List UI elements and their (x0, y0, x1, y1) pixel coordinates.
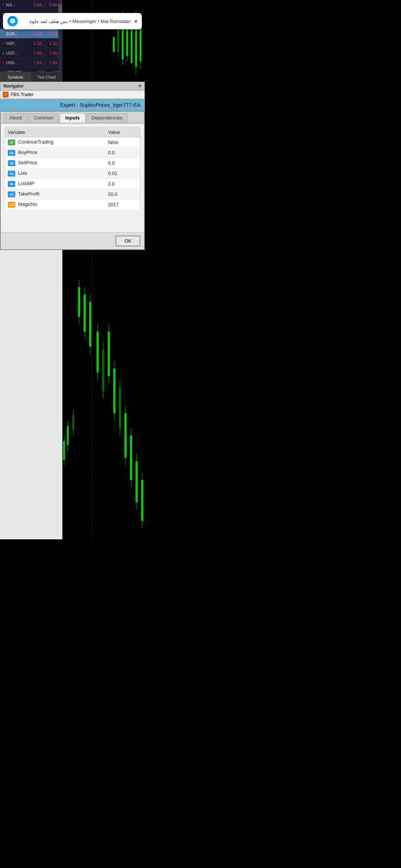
arrow-down-icon: ▼ (1, 3, 5, 7)
svg-rect-47 (67, 426, 69, 445)
svg-rect-37 (124, 413, 127, 458)
table-row[interactable]: Va LotsMP 2.0 (5, 179, 140, 189)
svg-rect-21 (78, 287, 80, 317)
symbol-row-usd2[interactable]: ▲ USD... 1.00... 1.00... (0, 48, 62, 58)
variable-cell: ⊡ ContinueTrading (5, 137, 105, 148)
table-row[interactable]: ⊡ ContinueTrading false (5, 137, 140, 148)
value-cell[interactable]: 2.0 (105, 179, 140, 189)
symbol-name: NJ/... (6, 3, 31, 7)
table-row[interactable]: Va Lots 0.01 (5, 168, 140, 179)
svg-rect-31 (108, 332, 110, 376)
variable-name: SellPrice (18, 160, 37, 165)
variable-cell: 123 MagicNo (5, 200, 105, 210)
var-type-icon: Va (8, 150, 15, 156)
value-cell[interactable]: false (105, 137, 140, 148)
bottom-candles-svg (62, 250, 145, 539)
svg-rect-45 (72, 415, 74, 430)
symbol-price1: 1.13... (31, 32, 45, 36)
value-cell[interactable]: 0.0 (105, 148, 140, 158)
fbs-icon: F (3, 92, 9, 98)
variable-name: TakeProfit (18, 191, 39, 197)
navigator-title: Navigator (3, 83, 24, 89)
table-row[interactable]: 123 MagicNo 2017 (5, 200, 140, 210)
variable-cell: Va LotsMP (5, 179, 105, 189)
value-cell[interactable]: 0.0 (105, 158, 140, 168)
svg-rect-35 (119, 387, 121, 428)
var-type-icon: ⊡ (8, 139, 15, 145)
messenger-message-text: Messenger • Mai Ramadan • بس هنلف لفه حل… (22, 19, 131, 24)
col-header-variable: Variable (5, 128, 105, 137)
variable-cell: Va TakeProfit (5, 189, 105, 200)
messenger-chevron-icon[interactable]: ▾ (134, 18, 137, 25)
symbol-panel: ▼ NJ/... 0.68... 0.68... ▼ USD... 1.35..… (0, 0, 62, 82)
candles-svg (62, 0, 145, 82)
symbol-row-nj[interactable]: ▼ NJ/... 0.68... 0.68... (0, 0, 62, 10)
symbol-row-eur[interactable]: ▲ EUR... 1.13... 1.13... (0, 29, 62, 39)
svg-rect-7 (117, 30, 119, 52)
variable-name: ContinueTrading (18, 139, 54, 145)
variable-name: LotsMP (18, 181, 35, 186)
variable-cell: Va BuyPrice (5, 148, 105, 158)
expert-dialog: About Common Inputs Dependencies Variabl… (0, 111, 145, 250)
tab-symbols[interactable]: Symbols (0, 72, 31, 82)
svg-rect-29 (102, 350, 104, 391)
value-cell[interactable]: 2017 (105, 200, 140, 210)
messenger-notification[interactable]: Messenger • Mai Ramadan • بس هنلف لفه حل… (3, 13, 142, 29)
symbol-price1: 0.68... (31, 3, 45, 7)
tab-dependencies[interactable]: Dependencies (86, 113, 128, 123)
arrow-down-icon: ▼ (1, 41, 5, 45)
symbol-price1: 1.32... (31, 41, 45, 46)
symbol-name: USD... (6, 51, 31, 55)
svg-rect-39 (130, 435, 132, 480)
svg-rect-33 (113, 369, 115, 413)
var-type-icon: 123 (8, 202, 15, 208)
dialog-tabs: About Common Inputs Dependencies (1, 112, 144, 124)
dialog-footer: OK (1, 232, 144, 249)
symbol-row-gbp[interactable]: ▼ GBP... 1.32... 1.32... (0, 39, 62, 48)
variable-name: MagicNo (18, 201, 37, 207)
svg-rect-41 (136, 461, 138, 502)
navigator-fbs-row[interactable]: F FBS Trader (0, 91, 145, 99)
variable-cell: Va SellPrice (5, 158, 105, 168)
dialog-body: Variable Value ⊡ ContinueTrading false V… (1, 124, 144, 232)
svg-rect-10 (113, 37, 115, 52)
messenger-icon (7, 16, 18, 26)
chart-candles-area (62, 0, 145, 82)
symbol-price1: 7.84... (31, 60, 45, 65)
var-type-icon: Va (8, 181, 15, 187)
svg-rect-11 (131, 26, 133, 63)
tab-about[interactable]: About (4, 113, 27, 123)
expert-title-bar: Expert - SuplexPrices_tiger777-EA (0, 99, 145, 111)
table-row[interactable]: Va TakeProfit 20.0 (5, 189, 140, 200)
table-row[interactable]: Va BuyPrice 0.0 (5, 148, 140, 158)
value-cell[interactable]: 0.01 (105, 168, 140, 179)
navigator-close-button[interactable]: × (138, 83, 141, 89)
var-type-icon: Va (8, 171, 15, 177)
arrow-up-icon: ▲ (1, 32, 5, 36)
svg-rect-23 (84, 295, 86, 332)
variable-name: Lots (18, 170, 27, 176)
variables-table: Variable Value ⊡ ContinueTrading false V… (4, 127, 140, 210)
symbol-row-usd3[interactable]: ▼ USD... 7.84... 7.84... (0, 58, 62, 68)
arrow-up-icon: ▲ (1, 51, 5, 55)
svg-rect-49 (63, 441, 65, 460)
variable-name: BuyPrice (18, 149, 38, 155)
var-type-icon: Va (8, 160, 15, 166)
scrollbar-vertical[interactable] (58, 0, 62, 77)
bottom-left-panel (0, 250, 62, 539)
value-cell[interactable]: 20.0 (105, 189, 140, 200)
arrow-down-icon: ▼ (1, 60, 5, 65)
ok-button[interactable]: OK (115, 236, 140, 246)
svg-rect-25 (89, 302, 91, 346)
var-type-icon: Va (8, 191, 15, 197)
symbol-tabs-bar: Symbols Tick Chart (0, 72, 62, 82)
table-row[interactable]: Va SellPrice 0.0 (5, 158, 140, 168)
tab-inputs[interactable]: Inputs (60, 113, 85, 123)
tab-common[interactable]: Common (28, 113, 59, 123)
symbol-name: GBP... (6, 41, 31, 46)
symbol-price1: 1.00... (31, 51, 45, 55)
table-padding (4, 210, 140, 228)
tab-tick-chart[interactable]: Tick Chart (31, 72, 62, 82)
symbol-name: USD... (6, 60, 31, 65)
col-header-value: Value (105, 128, 140, 137)
